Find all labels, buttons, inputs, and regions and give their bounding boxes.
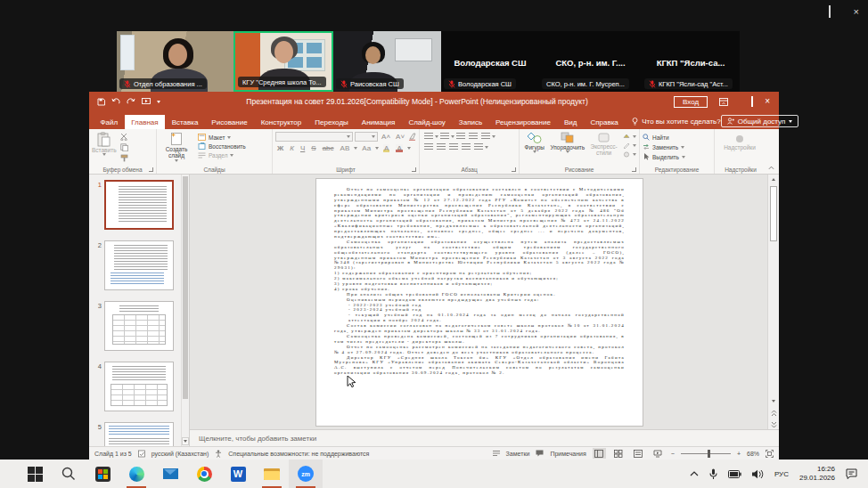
battery-icon[interactable] xyxy=(728,470,741,478)
participant-tile[interactable]: Раисовская СШ xyxy=(333,31,441,92)
arrange-button[interactable]: Упорядочить xyxy=(550,132,585,158)
decrease-indent-icon[interactable] xyxy=(456,133,465,140)
scroll-down-icon[interactable] xyxy=(769,396,778,406)
tab-review[interactable]: Рецензирование xyxy=(489,115,558,129)
participant-tile-camera-off[interactable]: Володарская СШ Володарская СШ xyxy=(441,31,539,92)
tab-help[interactable]: Справка xyxy=(584,115,625,129)
editor-scrollbar[interactable] xyxy=(767,175,779,429)
edge-button[interactable] xyxy=(119,460,153,488)
tab-view[interactable]: Вид xyxy=(557,115,583,129)
tab-home[interactable]: Главная xyxy=(125,115,165,129)
find-button[interactable]: Найти xyxy=(643,134,685,141)
numbering-icon[interactable] xyxy=(440,133,449,140)
speaker-icon[interactable] xyxy=(752,469,764,479)
search-button[interactable] xyxy=(52,460,86,488)
shrink-font-button[interactable]: А˅ xyxy=(396,133,405,141)
section-button[interactable]: Раздел xyxy=(198,151,246,159)
zoom-in-button[interactable]: + xyxy=(737,451,741,457)
align-left-icon[interactable] xyxy=(424,143,433,150)
tab-record[interactable]: Запись xyxy=(452,115,488,129)
comments-toggle[interactable]: Примечания xyxy=(550,451,585,457)
justify-icon[interactable] xyxy=(462,143,471,150)
dialog-launcher-icon[interactable] xyxy=(512,167,516,172)
align-center-icon[interactable] xyxy=(437,143,446,150)
paste-button[interactable]: Вставить xyxy=(92,132,117,162)
dialog-launcher-icon[interactable] xyxy=(632,167,636,172)
close-icon[interactable]: × xyxy=(765,97,770,106)
spellcheck-icon[interactable] xyxy=(138,450,145,458)
zoom-percentage[interactable]: 68% xyxy=(747,451,759,457)
reading-view-button[interactable] xyxy=(632,448,645,459)
share-button[interactable]: Общий доступ xyxy=(721,115,799,127)
tab-transitions[interactable]: Переходы xyxy=(308,115,356,129)
word-button[interactable]: W xyxy=(221,460,255,488)
language-switcher[interactable]: РУС xyxy=(774,470,789,478)
slide-thumbnail-2[interactable]: 2 xyxy=(89,240,189,290)
sign-in-button[interactable]: Вход xyxy=(674,96,708,108)
scrollbar-thumb[interactable] xyxy=(770,186,777,241)
explorer-button[interactable] xyxy=(255,460,289,488)
increase-indent-icon[interactable] xyxy=(469,133,478,140)
tell-me-box[interactable]: Что вы хотите сделать? xyxy=(632,118,720,129)
slide-editor-area[interactable]: Отчет по самооценке организации образова… xyxy=(190,175,767,429)
restore-icon[interactable] xyxy=(829,7,831,17)
quick-styles-button[interactable]: Экспресс-стили xyxy=(588,132,619,158)
shape-fill-icon[interactable] xyxy=(623,134,630,140)
cut-icon[interactable] xyxy=(120,134,128,141)
grow-font-button[interactable]: А˄ xyxy=(381,133,390,141)
shape-effects-icon[interactable] xyxy=(623,151,630,158)
close-icon[interactable]: × xyxy=(854,7,859,17)
replace-button[interactable]: Заменить xyxy=(643,143,685,150)
redo-icon[interactable] xyxy=(127,98,135,105)
clear-formatting-icon[interactable] xyxy=(408,133,416,141)
participant-tile[interactable]: Отдел образования ... xyxy=(117,31,233,92)
strikethrough-button[interactable]: abc xyxy=(323,144,334,152)
start-button[interactable] xyxy=(18,460,52,488)
start-slideshow-icon[interactable] xyxy=(142,98,151,105)
tab-animations[interactable]: Анимация xyxy=(355,115,402,129)
slide-sorter-view-button[interactable] xyxy=(612,448,626,459)
format-painter-icon[interactable] xyxy=(120,154,128,162)
participant-tile-speaking[interactable]: КГУ "Средняя школа То... xyxy=(233,31,333,92)
tab-draw[interactable]: Рисование xyxy=(205,115,254,129)
slide-thumbnail-4[interactable]: 4 xyxy=(89,362,189,411)
character-spacing-button[interactable]: АВ xyxy=(340,144,350,152)
zoom-slider[interactable] xyxy=(681,453,731,454)
zoom-app-button[interactable]: zm xyxy=(289,460,323,488)
bullets-icon[interactable] xyxy=(424,133,433,140)
normal-view-button[interactable] xyxy=(593,448,606,459)
tab-file[interactable]: Файл xyxy=(94,115,125,129)
font-name-input[interactable] xyxy=(275,132,353,142)
dialog-launcher-icon[interactable] xyxy=(412,167,416,172)
align-right-icon[interactable] xyxy=(449,143,458,150)
slide-thumbnail-3[interactable]: 3 xyxy=(89,301,189,351)
accessibility-status[interactable]: Специальные возможности: не поддерживают… xyxy=(228,451,369,457)
participant-tile-camera-off[interactable]: КГКП "Ясли-са... КГКП "Ясли-сад "Аст... xyxy=(642,31,740,92)
underline-button[interactable]: Ч xyxy=(300,144,305,152)
language-indicator[interactable]: русский (Казахстан) xyxy=(151,451,209,457)
thumbnail-scrollbar[interactable] xyxy=(181,175,189,446)
zoom-slider-thumb[interactable] xyxy=(708,450,710,458)
store-button[interactable] xyxy=(86,460,119,488)
copy-icon[interactable] xyxy=(120,143,128,151)
line-spacing-icon[interactable] xyxy=(481,133,490,140)
next-slide-icon[interactable] xyxy=(769,419,778,429)
notes-pane[interactable]: Щелкните, чтобы добавить заметки xyxy=(190,429,779,446)
microphone-icon[interactable] xyxy=(709,468,717,480)
collapse-ribbon-icon[interactable] xyxy=(768,166,774,170)
scroll-down-icon[interactable] xyxy=(182,437,189,445)
select-button[interactable]: Выделить xyxy=(643,153,685,160)
highlight-button[interactable]: А xyxy=(383,144,389,152)
tab-insert[interactable]: Вставка xyxy=(165,115,205,129)
addins-button[interactable]: Надстройки xyxy=(717,132,762,150)
chrome-button[interactable] xyxy=(187,460,221,488)
tab-slideshow[interactable]: Слайд-шоу xyxy=(402,115,452,129)
save-icon[interactable] xyxy=(97,98,105,106)
fit-to-window-icon[interactable] xyxy=(766,450,774,458)
tab-design[interactable]: Конструктор xyxy=(254,115,308,129)
ribbon-display-options-icon[interactable] xyxy=(719,98,728,106)
italic-button[interactable]: К xyxy=(290,144,294,152)
font-size-input[interactable] xyxy=(355,132,378,142)
columns-icon[interactable] xyxy=(474,143,483,150)
slide-thumbnail-1[interactable]: 1 xyxy=(89,180,189,230)
